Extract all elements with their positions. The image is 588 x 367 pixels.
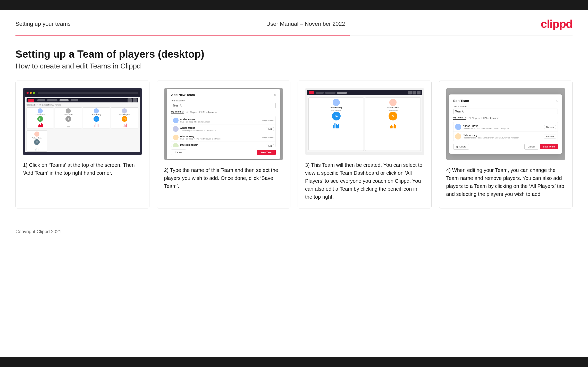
mock1-name-4: Dave Billingham [119,114,130,116]
player-row-2: Adrian Coliba 1 Handicap Central London … [171,125,275,133]
mock1-circle-3: 94 [94,116,99,122]
remove-player-btn-1[interactable]: Remove [544,125,556,129]
mock1-b12 [98,124,98,127]
mock3-b2 [334,123,335,128]
dialog-close-icon[interactable]: × [274,93,276,97]
mock1-bars-4 [123,122,127,127]
mock1-b19 [38,148,38,151]
header: Setting up your teams User Manual – Nove… [0,10,588,35]
card-1-screenshot: Showing 5 out of 5 players from All Play… [23,88,142,155]
dialog-title-row: Add New Team × [171,93,276,97]
edit-footer-right: Cancel Save Team [524,144,558,150]
mock1-name-5: Richard Butler [32,137,42,139]
add-team-dialog: Add New Team × Team Name * Team A My Tea… [167,89,280,159]
card-2: Add New Team × Team Name * Team A My Tea… [157,81,291,208]
mock1-b8 [69,126,70,127]
save-team-button[interactable]: Save Team [257,150,276,155]
edit-player-row-2: Blair McHarg Plus Handicap Royal North D… [453,132,558,141]
mock3-b1 [333,125,334,128]
mock3-topbar [307,90,422,95]
player-avatar-3 [173,135,179,140]
mock3-b4 [337,125,338,128]
mock1-nav-item-3 [71,99,78,101]
mock3-b8 [392,126,393,128]
mock1-name-3: Blair McHarg [92,114,101,116]
mock3-body: Blair McHarg Plus Handicap 94 Richard Bu… [307,96,422,152]
player-avatar-4 [173,143,179,147]
player-row-4: Dave Billingham 3.5 Handicap The Gog Mag… [171,142,275,147]
player-row-3: Blair McHarg Plus Handicap Royal North D… [171,133,275,142]
edit-tab-my-team[interactable]: My Team (2) [453,116,466,120]
edit-dialog-close-icon[interactable]: × [556,99,558,103]
edit-dialog-tabs: My Team (2) All Players Filter by name [453,116,558,120]
mock1-content: Showing 5 out of 5 players from All Play… [25,97,140,152]
mock1-bars-2 [67,122,70,127]
mock1-avatar-3 [94,108,99,113]
mock1-url-bar [38,92,138,94]
mock3-b9 [394,124,395,128]
edit-team-name-input[interactable]: Team A [453,109,558,114]
card-2-screenshot: Add New Team × Team Name * Team A My Tea… [164,88,283,160]
card-4: Edit Team × Team Name * Team A My Team (… [439,81,573,208]
card-3: Blair McHarg Plus Handicap 94 Richard Bu… [298,81,432,208]
delete-team-button[interactable]: 🗑 Delete [453,144,469,150]
mock1-b15 [125,125,125,127]
mock1-player-3: Blair McHarg 94 [83,107,110,128]
mock3-avatar-1 [333,99,340,106]
remove-player-btn-2[interactable]: Remove [544,135,556,138]
mock1-avatar-2 [66,108,71,113]
footer: Copyright Clippd 2021 [0,224,588,240]
mock1-player-1: Adrian Collins 84 [27,107,54,128]
trash-icon: 🗑 [456,145,458,148]
card-3-description: 3) This Team will then be created. You c… [305,161,424,201]
edit-tab-all-players[interactable]: All Players [468,117,480,119]
header-center-text: User Manual – November 2022 [266,21,345,27]
card-2-description: 2) Type the name of this Team and then s… [164,166,283,201]
add-player-btn-4[interactable]: Add [266,144,274,147]
mock3-pencil-icon[interactable] [417,91,421,94]
edit-team-name-label: Team Name * [453,105,558,108]
tab-my-team[interactable]: My Team (2) [171,110,184,114]
card-3-screenshot: Blair McHarg Plus Handicap 94 Richard Bu… [305,88,424,155]
edit-save-team-button[interactable]: Save Team [540,144,558,149]
dialog-footer: Cancel Save Team [171,150,276,155]
mock1-avatar-5 [34,132,39,137]
mock3-nav-1 [316,92,324,94]
player-status-3: Player Added [262,136,274,139]
mock3-score-1: 94 [332,112,341,120]
top-bar [0,0,588,10]
mock1-nav-item-1 [37,99,45,101]
team-name-input[interactable]: Team A [171,103,276,108]
mock1-player-5: Richard Butler 72 [27,130,47,152]
mock1-player-4: Dave Billingham 78 [111,107,138,128]
mock1-topbar [25,90,140,96]
mock1-b11 [97,124,97,127]
mock1-dot-green [33,92,35,94]
cancel-button[interactable]: Cancel [171,150,186,155]
mock3-logo [309,91,314,94]
mock1-b9 [95,125,95,127]
mock1-name-2: Adrian Coliba [64,114,73,116]
filter-checkbox[interactable] [199,111,201,113]
add-player-btn-2[interactable]: Add [266,127,274,131]
dialog-tabs: My Team (2) All Players Filter by name [171,110,276,114]
mock1-b1 [38,125,39,127]
mock3-nav-active [337,92,347,94]
card-4-description: 4) When editing your Team, you can chang… [446,166,565,201]
edit-filter-checkbox[interactable] [482,117,484,119]
player-info-2: Adrian Coliba 1 Handicap Central London … [180,127,264,132]
player-list: Adrian Player Plus Handicap The Shire Lo… [171,116,276,147]
mock1-nav-icon-1 [128,98,132,102]
edit-cancel-button[interactable]: Cancel [524,144,538,150]
edit-player-row-1: Adrian Player Plus Handicap The Shire Lo… [453,122,558,132]
filter-by-name: Filter by name [199,111,217,113]
mock3-icon-2 [413,91,416,94]
mock3-info-2: Plus Handicap [388,109,398,111]
tab-all-players[interactable]: All Players [186,111,197,113]
mock1-bars-5 [36,145,38,151]
page-title: Setting up a Team of players (desktop) [15,48,573,60]
mock1-circle-4: 78 [122,116,127,122]
mock1-nav-item-2 [47,99,57,101]
mock1-player-2: Adrian Coliba 0 [55,107,82,128]
mock1-b16 [126,124,127,127]
